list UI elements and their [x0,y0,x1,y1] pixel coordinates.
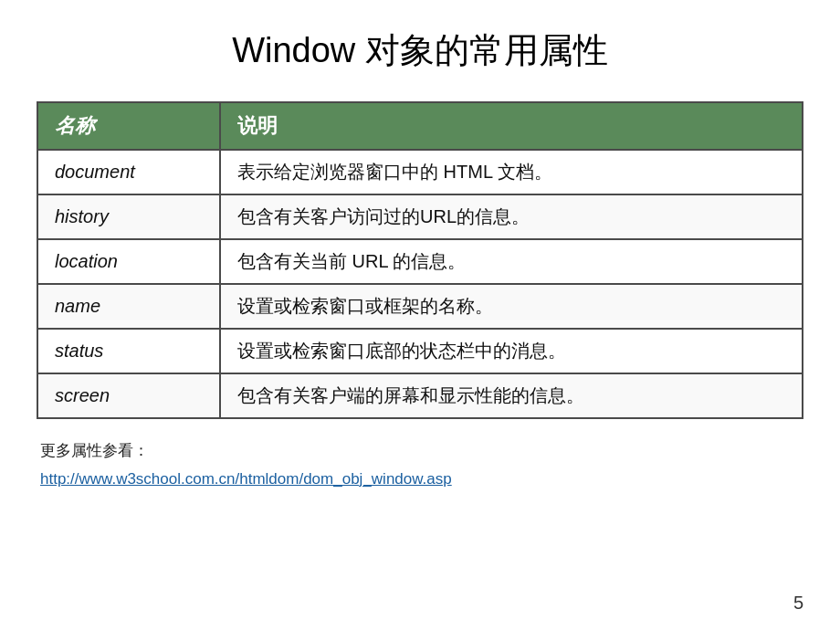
cell-property-name: name [37,284,220,329]
cell-property-desc: 设置或检索窗口或框架的名称。 [220,284,803,329]
page-container: Window 对象的常用属性 名称 说明 document表示给定浏览器窗口中的… [0,0,840,630]
page-number: 5 [793,593,803,614]
cell-property-name: screen [37,373,220,418]
cell-property-desc: 包含有关当前 URL 的信息。 [220,239,803,284]
table-row: document表示给定浏览器窗口中的 HTML 文档。 [37,150,803,194]
table-row: history包含有关客户访问过的URL的信息。 [37,194,803,239]
cell-property-name: document [37,150,220,194]
properties-table: 名称 说明 document表示给定浏览器窗口中的 HTML 文档。histor… [37,101,803,419]
table-header-row: 名称 说明 [37,102,803,150]
table-row: name设置或检索窗口或框架的名称。 [37,284,803,329]
table-row: status设置或检索窗口底部的状态栏中的消息。 [37,329,803,373]
footer-text: 更多属性参看： [40,442,149,459]
footer-section: 更多属性参看： http://www.w3school.com.cn/htmld… [37,437,803,493]
cell-property-desc: 设置或检索窗口底部的状态栏中的消息。 [220,329,803,373]
table-row: screen包含有关客户端的屏幕和显示性能的信息。 [37,373,803,418]
cell-property-desc: 包含有关客户访问过的URL的信息。 [220,194,803,239]
table-row: location包含有关当前 URL 的信息。 [37,239,803,284]
header-desc: 说明 [220,102,803,150]
page-title: Window 对象的常用属性 [37,27,803,83]
cell-property-desc: 表示给定浏览器窗口中的 HTML 文档。 [220,150,803,194]
header-name: 名称 [37,102,220,150]
cell-property-name: location [37,239,220,284]
cell-property-desc: 包含有关客户端的屏幕和显示性能的信息。 [220,373,803,418]
cell-property-name: status [37,329,220,373]
cell-property-name: history [37,194,220,239]
footer-link[interactable]: http://www.w3school.com.cn/htmldom/dom_o… [40,470,452,488]
